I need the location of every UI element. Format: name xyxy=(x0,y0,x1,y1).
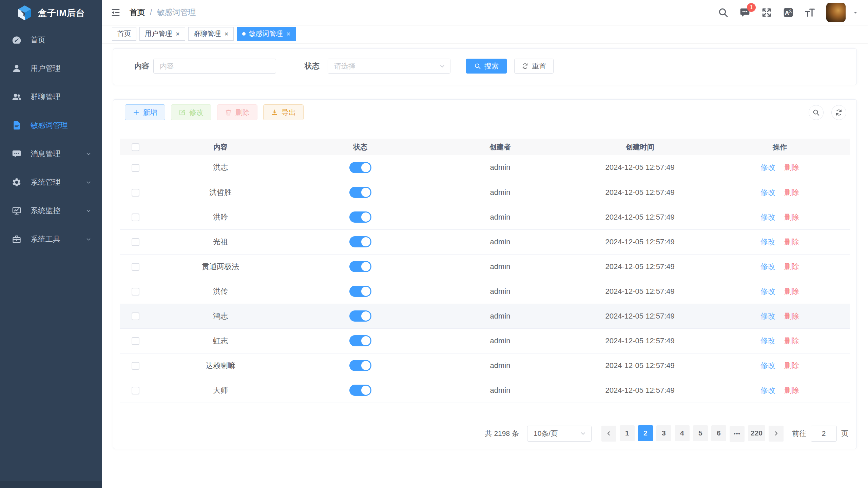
status-toggle[interactable] xyxy=(349,385,371,396)
edit-link[interactable]: 修改 xyxy=(760,361,775,370)
row-checkbox[interactable] xyxy=(132,337,139,345)
translate-icon[interactable]: A文 xyxy=(783,7,794,18)
status-toggle[interactable] xyxy=(349,236,371,247)
sidebar-item-groups[interactable]: 群聊管理 xyxy=(0,83,102,111)
export-button[interactable]: 导出 xyxy=(263,104,304,120)
goto-input[interactable] xyxy=(811,426,837,442)
table-search-button[interactable] xyxy=(809,105,824,120)
status-toggle[interactable] xyxy=(349,310,371,322)
tab-group-mgmt[interactable]: 群聊管理× xyxy=(188,27,234,41)
next-page-button[interactable] xyxy=(769,426,784,442)
tab-close-icon[interactable]: × xyxy=(176,30,180,37)
sidebar-item-messages[interactable]: 消息管理 xyxy=(0,140,102,168)
table-refresh-button[interactable] xyxy=(831,105,846,120)
message-icon xyxy=(12,149,22,159)
delete-link[interactable]: 删除 xyxy=(784,213,799,221)
tab-close-icon[interactable]: × xyxy=(286,30,290,37)
edit-link[interactable]: 修改 xyxy=(760,213,775,221)
reset-button[interactable]: 重置 xyxy=(514,59,554,74)
status-toggle[interactable] xyxy=(349,211,371,223)
delete-button[interactable]: 删除 xyxy=(217,104,257,120)
delete-link[interactable]: 删除 xyxy=(784,312,799,320)
tab-sensitive-words[interactable]: 敏感词管理× xyxy=(237,27,296,41)
delete-link[interactable]: 删除 xyxy=(784,361,799,370)
status-toggle[interactable] xyxy=(349,335,371,346)
edit-link[interactable]: 修改 xyxy=(760,163,775,171)
page-ellipsis[interactable]: ••• xyxy=(730,426,745,442)
prev-page-button[interactable] xyxy=(601,426,616,442)
user-icon xyxy=(12,64,22,73)
delete-link[interactable]: 删除 xyxy=(784,337,799,345)
content-cell: 洪志 xyxy=(151,155,290,180)
tab-label: 首页 xyxy=(117,29,131,38)
row-checkbox[interactable] xyxy=(132,387,139,394)
row-checkbox[interactable] xyxy=(132,238,139,246)
edit-link[interactable]: 修改 xyxy=(760,337,775,345)
tab-user-mgmt[interactable]: 用户管理× xyxy=(139,27,185,41)
table-toolbar: 新增 修改 删除 导出 xyxy=(120,104,850,120)
search-button[interactable]: 搜索 xyxy=(466,59,507,74)
sidebar-item-sensitive-words[interactable]: 敏感词管理 xyxy=(0,111,102,140)
fullscreen-icon[interactable] xyxy=(761,7,772,18)
sidebar-item-system[interactable]: 系统管理 xyxy=(0,168,102,197)
sidebar-item-home[interactable]: 首页 xyxy=(0,26,102,54)
page-button-220[interactable]: 220 xyxy=(748,425,765,441)
app-logo[interactable]: 盒子IM后台 xyxy=(0,0,102,26)
search-icon[interactable] xyxy=(718,7,729,18)
page-button-4[interactable]: 4 xyxy=(675,425,690,441)
row-checkbox[interactable] xyxy=(132,214,139,221)
page-button-1[interactable]: 1 xyxy=(620,425,635,441)
page-size-select[interactable]: 10条/页 xyxy=(527,426,592,442)
sidebar-item-users[interactable]: 用户管理 xyxy=(0,54,102,83)
page-content: 内容 状态 请选择 搜索 重置 xyxy=(102,43,868,488)
edit-link[interactable]: 修改 xyxy=(760,238,775,246)
page-button-2[interactable]: 2 xyxy=(638,425,653,441)
sidebar-item-label: 群聊管理 xyxy=(31,92,60,102)
delete-link[interactable]: 删除 xyxy=(784,287,799,296)
delete-link[interactable]: 删除 xyxy=(784,163,799,171)
tab-home[interactable]: 首页 xyxy=(112,27,136,41)
tab-close-icon[interactable]: × xyxy=(225,30,229,37)
delete-link[interactable]: 删除 xyxy=(784,386,799,394)
sidebar-item-label: 用户管理 xyxy=(31,63,60,74)
sidebar-fold-button[interactable] xyxy=(111,7,121,18)
row-checkbox[interactable] xyxy=(132,312,139,320)
edit-button[interactable]: 修改 xyxy=(171,104,211,120)
status-toggle[interactable] xyxy=(349,162,371,173)
delete-link[interactable]: 删除 xyxy=(784,188,799,197)
row-checkbox[interactable] xyxy=(132,164,139,172)
creator-cell: admin xyxy=(430,353,570,378)
select-all-checkbox[interactable] xyxy=(132,143,139,151)
page-button-3[interactable]: 3 xyxy=(656,425,671,441)
table-row: 洪传admin2024-12-05 12:57:49修改删除 xyxy=(120,279,850,304)
edit-link[interactable]: 修改 xyxy=(760,312,775,320)
breadcrumb-item-home[interactable]: 首页 xyxy=(130,7,145,18)
status-toggle[interactable] xyxy=(349,360,371,371)
row-checkbox[interactable] xyxy=(132,362,139,370)
sidebar-item-monitor[interactable]: 系统监控 xyxy=(0,197,102,225)
status-toggle[interactable] xyxy=(349,261,371,272)
page-button-5[interactable]: 5 xyxy=(693,425,708,441)
row-checkbox[interactable] xyxy=(132,189,139,197)
edit-link[interactable]: 修改 xyxy=(760,386,775,394)
breadcrumb: 首页 / 敏感词管理 xyxy=(130,7,196,18)
edit-link[interactable]: 修改 xyxy=(760,188,775,197)
content-input[interactable] xyxy=(153,59,276,74)
row-checkbox[interactable] xyxy=(132,263,139,271)
avatar[interactable] xyxy=(826,3,846,22)
delete-link[interactable]: 删除 xyxy=(784,238,799,246)
chevron-down-icon[interactable] xyxy=(852,9,859,16)
sidebar-item-tools[interactable]: 系统工具 xyxy=(0,225,102,253)
font-size-icon[interactable] xyxy=(805,7,815,18)
status-select[interactable]: 请选择 xyxy=(328,59,450,74)
delete-link[interactable]: 删除 xyxy=(784,262,799,271)
edit-link[interactable]: 修改 xyxy=(760,287,775,296)
status-toggle[interactable] xyxy=(349,187,371,198)
edit-link[interactable]: 修改 xyxy=(760,262,775,271)
page-button-6[interactable]: 6 xyxy=(711,425,726,441)
row-checkbox[interactable] xyxy=(132,288,139,296)
messages-button[interactable]: 1 xyxy=(739,7,750,18)
sidebar-item-label: 消息管理 xyxy=(31,149,60,159)
add-button[interactable]: 新增 xyxy=(125,104,165,120)
status-toggle[interactable] xyxy=(349,286,371,297)
